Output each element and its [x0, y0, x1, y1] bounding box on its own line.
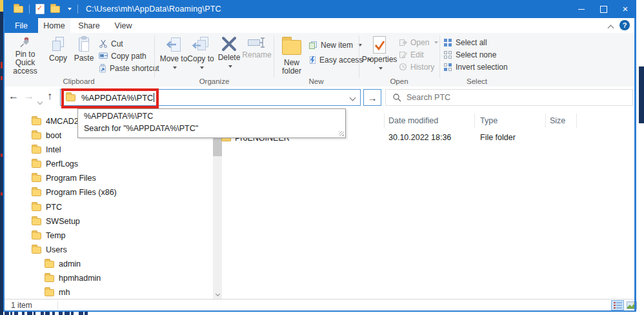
invert-selection-button[interactable]: Invert selection [443, 61, 508, 73]
tab-view[interactable]: View [108, 18, 139, 33]
separator [274, 36, 274, 78]
go-to-button[interactable]: → [363, 89, 381, 106]
window-border-right [634, 18, 636, 312]
autocomplete-item[interactable]: %APPDATA%\PTC [78, 110, 345, 123]
tree-item[interactable]: mh [5, 286, 70, 299]
resize-grip-icon[interactable] [339, 131, 344, 136]
tab-label: Share [78, 21, 99, 30]
minimize-button[interactable] [570, 0, 592, 18]
address-dropdown-chevron-icon[interactable] [345, 90, 360, 105]
tree-item[interactable]: PerfLogs [5, 158, 78, 170]
open-button[interactable]: Open [399, 36, 438, 48]
separator [29, 5, 30, 14]
history-icon [399, 63, 407, 71]
button-label: New folder [282, 58, 301, 76]
tree-item[interactable]: Users [5, 243, 67, 256]
copy-path-button[interactable]: Copy path [99, 50, 159, 62]
new-folder-button[interactable]: New folder [276, 36, 307, 76]
history-button[interactable]: History [399, 61, 438, 73]
column-header-type[interactable]: Type [480, 116, 498, 125]
back-button[interactable]: ← [8, 90, 19, 102]
move-to-button[interactable]: Move to [159, 36, 188, 72]
qat-new-folder-icon[interactable] [50, 6, 60, 13]
tree-item-label: boot [46, 131, 61, 140]
tree-item[interactable]: Program Files [5, 172, 96, 185]
search-box[interactable]: Search PTC [385, 89, 633, 106]
address-input-value[interactable]: %APPDATA%\PTC [81, 93, 153, 103]
cut-button[interactable]: Cut [99, 37, 159, 50]
tab-home[interactable]: Home [38, 18, 70, 33]
select-all-button[interactable]: Select all [443, 36, 508, 48]
address-folder-icon [66, 94, 75, 101]
folder-icon [32, 161, 41, 168]
tree-item[interactable]: hpmhadmin [5, 272, 101, 285]
file-type: File folder [480, 133, 516, 142]
paste-shortcut-button[interactable]: Paste shortcut [99, 62, 159, 74]
help-icon[interactable]: ? [619, 20, 630, 30]
tree-item[interactable]: Intel [5, 143, 61, 156]
ribbon-group-open: Properties Open [360, 33, 438, 86]
maximize-button[interactable] [592, 0, 614, 18]
open-icon [399, 38, 407, 46]
folder-icon [32, 247, 41, 254]
thumbnail-view-button[interactable] [625, 300, 638, 310]
tree-item[interactable]: Temp [5, 229, 66, 242]
copy-button[interactable]: Copy [46, 36, 70, 63]
column-separator[interactable] [474, 114, 475, 128]
button-label: Open [410, 38, 429, 47]
group-label: Open [360, 77, 438, 85]
easy-access-icon [308, 56, 316, 65]
title-bar: C:\Users\mh\AppData\Roaming\PTC × [3, 0, 636, 18]
column-separator[interactable] [384, 114, 385, 128]
ribbon-group-organize: Move to Copy to Delete [156, 33, 273, 86]
folder-icon [45, 261, 54, 268]
tree-item[interactable]: SWSetup [5, 215, 80, 228]
tab-file[interactable]: File [5, 18, 38, 33]
minimize-ribbon-chevron-icon[interactable] [609, 23, 613, 32]
autocomplete-item[interactable]: Search for "%APPDATA%\PTC" [78, 123, 345, 135]
tree-item[interactable]: 4MCAD21C [5, 115, 89, 128]
properties-button[interactable]: Properties [361, 36, 397, 72]
column-header-size[interactable]: Size [550, 116, 565, 125]
folder-icon [32, 204, 41, 211]
qat-customize-chevron-icon[interactable] [68, 8, 72, 10]
separator [154, 36, 155, 78]
button-label: Edit [410, 50, 424, 59]
explorer-window: C:\Users\mh\AppData\Roaming\PTC × File H… [3, 0, 636, 312]
tree-item-label: Program Files [46, 174, 96, 183]
pin-icon [19, 36, 32, 48]
rename-button[interactable]: Rename [241, 36, 273, 59]
select-none-button[interactable]: Select none [443, 48, 508, 61]
address-bar[interactable]: %APPDATA%\PTC [60, 89, 361, 106]
tree-item[interactable]: boot [5, 129, 61, 142]
edit-button[interactable]: Edit [399, 48, 438, 61]
copy-to-button[interactable]: Copy to [186, 36, 215, 72]
tree-item-label: PerfLogs [46, 159, 78, 168]
caption-buttons: × [570, 0, 636, 18]
recent-locations-chevron-icon[interactable] [38, 95, 42, 107]
column-separator[interactable] [545, 114, 546, 128]
column-separator[interactable] [576, 114, 577, 128]
button-label: Copy [49, 54, 67, 63]
button-label: Copy to [187, 54, 214, 63]
pin-to-quick-access-button[interactable]: Pin to Quick access [6, 36, 45, 76]
column-header-date-modified[interactable]: Date modified [388, 116, 438, 125]
qat-properties-icon[interactable] [35, 4, 45, 14]
file-date-modified: 30.10.2022 18:36 [388, 133, 451, 142]
details-view-button[interactable] [611, 300, 624, 310]
tree-item-label: SWSetup [46, 217, 80, 226]
forward-button[interactable]: → [24, 90, 34, 102]
close-button[interactable]: × [614, 0, 636, 18]
scroll-down-button[interactable] [213, 289, 222, 299]
up-button[interactable]: ↑ [47, 90, 52, 102]
tree-item[interactable]: Program Files (x86) [5, 186, 117, 199]
tree-item[interactable]: admin [5, 258, 81, 270]
paste-button[interactable]: Paste [71, 36, 97, 63]
delete-button[interactable]: Delete [215, 36, 243, 70]
ribbon: Pin to Quick access Copy Paste [3, 33, 636, 87]
item-count: 1 item [11, 301, 32, 310]
tree-item[interactable]: PTC [5, 201, 62, 214]
cropped-page-right-edge [636, 0, 644, 315]
dropdown-arrow-icon [434, 41, 438, 44]
tab-share[interactable]: Share [72, 18, 106, 33]
